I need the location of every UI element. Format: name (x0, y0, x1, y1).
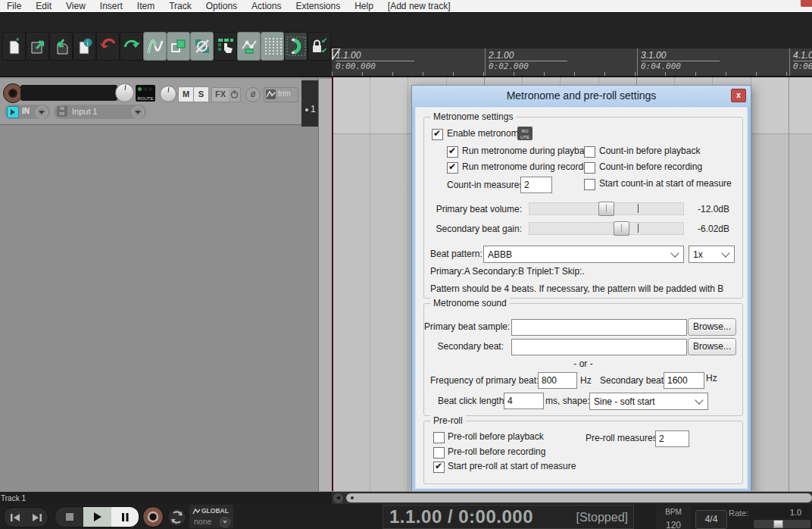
grouping-override-icon (192, 36, 212, 56)
record-button[interactable] (142, 506, 164, 527)
secondary-gain-slider[interactable] (529, 222, 684, 235)
skip-buttons-group (3, 507, 48, 527)
save-project-button[interactable] (49, 32, 73, 61)
window-close-fragment[interactable] (801, 0, 812, 7)
menu-view[interactable]: View (66, 1, 86, 11)
start-countin-checkbox[interactable] (584, 179, 595, 190)
edit-cursor[interactable] (332, 77, 333, 493)
playback-buttons-group (55, 506, 139, 527)
play-button[interactable] (83, 507, 111, 527)
start-preroll-at-measure-checkbox[interactable] (433, 462, 445, 473)
tcp-vertical-scrollbar[interactable] (318, 79, 333, 493)
project-settings-button[interactable]: i (73, 32, 96, 61)
browse-secondary-button[interactable]: Browse... (688, 338, 736, 355)
time-signature-box[interactable]: 4/4 (695, 510, 727, 529)
menu-options[interactable]: Options (206, 1, 237, 11)
secondary-frequency-input[interactable]: 1600 (664, 372, 704, 389)
go-to-end-button[interactable] (26, 508, 48, 527)
route-button[interactable]: ROUTE (136, 85, 155, 102)
envelope-toggle-button[interactable] (143, 32, 167, 61)
go-to-start-icon (9, 512, 21, 523)
repeat-button[interactable] (167, 508, 186, 527)
open-project-button[interactable] (26, 32, 49, 61)
item-grouping-button[interactable] (167, 32, 190, 61)
countin-before-playback-checkbox[interactable] (584, 146, 595, 158)
rate-slider-thumb[interactable] (773, 520, 783, 528)
monitor-dropdown-icon[interactable] (36, 106, 48, 118)
fx-enable-button[interactable] (229, 87, 241, 102)
phase-button[interactable]: ø (245, 87, 261, 102)
menu-file[interactable]: File (7, 1, 21, 11)
primary-volume-slider-thumb[interactable] (598, 202, 614, 216)
preroll-before-playback-checkbox[interactable] (433, 432, 445, 443)
countin-before-recording-checkbox[interactable] (584, 162, 595, 174)
menu-item[interactable]: Item (137, 1, 155, 11)
new-project-button[interactable]: * (2, 32, 26, 61)
snap-toggle-button[interactable] (284, 32, 308, 61)
lock-settings-button[interactable]: ✔✔ (308, 32, 331, 61)
repeat-icon (168, 509, 186, 526)
go-to-start-button[interactable] (4, 508, 26, 527)
run-during-recording-checkbox[interactable] (447, 162, 458, 174)
track-index-strip[interactable]: 1 (301, 80, 318, 127)
horizontal-scrollbar[interactable] (332, 492, 812, 504)
input-selector[interactable]: INFX Input 1 (53, 104, 147, 120)
enable-metronome-checkbox[interactable] (432, 129, 443, 140)
ripple-edit-button[interactable] (214, 32, 237, 61)
primary-sample-input[interactable] (511, 319, 687, 336)
rate-value-box[interactable]: 1.0 (754, 507, 810, 518)
menu-track[interactable]: Track (169, 1, 192, 11)
menu-insert[interactable]: Insert (100, 1, 123, 11)
dialog-close-button[interactable]: x (731, 89, 746, 102)
dialog-body: Metronome settings Enable metronome ROUT… (415, 107, 748, 489)
solo-button[interactable]: S (193, 86, 209, 102)
fx-button[interactable]: FX (211, 87, 230, 102)
countin-measures-input[interactable]: 2 (520, 177, 552, 193)
dialog-title[interactable]: Metronome and pre-roll settings (412, 86, 751, 106)
click-shape-combo[interactable]: Sine - soft start (589, 393, 708, 410)
input-fx-badge[interactable]: INFX (57, 106, 67, 117)
volume-knob[interactable] (115, 83, 134, 102)
undo-button[interactable] (96, 32, 120, 61)
mute-button[interactable]: M (178, 86, 194, 102)
pause-button[interactable] (111, 507, 139, 527)
monitor-button[interactable] (7, 106, 19, 118)
preroll-measures-input[interactable]: 2 (655, 430, 689, 447)
edit-cursor-marker[interactable] (332, 49, 342, 60)
primary-frequency-input[interactable]: 800 (538, 372, 577, 389)
multiplier-combo[interactable]: 1x (689, 246, 735, 263)
click-length-input[interactable]: 4 (504, 393, 544, 409)
metronome-route-button[interactable]: ROUTE (517, 127, 532, 140)
run-during-playback-checkbox[interactable] (447, 146, 458, 158)
secondary-sample-input[interactable] (511, 339, 687, 355)
timeline-ruler[interactable]: 1.1.000:00.000 2.1.000:02.000 3.1.000:04… (332, 49, 812, 77)
stop-button[interactable] (55, 507, 83, 527)
secondary-gain-slider-thumb[interactable] (614, 221, 629, 236)
browse-primary-button[interactable]: Browse... (688, 318, 736, 336)
ruler-marker: 3.1.000:04.000 (641, 50, 720, 72)
transport-time-display[interactable]: 1.1.00 / 0:00.000 [Stopped] (383, 505, 634, 529)
menu-extensions[interactable]: Extensions (295, 1, 340, 11)
pan-knob[interactable] (160, 86, 176, 102)
envelope-points-button[interactable] (237, 32, 261, 61)
global-automation-box[interactable]: GLOBAL none (189, 505, 233, 528)
track-name-field[interactable] (20, 85, 117, 101)
menu-actions[interactable]: Actions (251, 1, 281, 11)
menu-help[interactable]: Help (354, 1, 373, 11)
grouping-override-button[interactable] (190, 32, 214, 61)
scroll-left-button[interactable] (333, 493, 343, 503)
rate-slider[interactable] (754, 520, 810, 528)
global-dropdown-icon[interactable] (220, 517, 230, 527)
scrollbar-thumb[interactable] (346, 493, 812, 502)
menu-edit[interactable]: Edit (36, 1, 52, 11)
input-dropdown-icon[interactable] (132, 106, 144, 118)
track-1-header[interactable]: ROUTE M S FX ø trim IN INFX (0, 79, 301, 125)
trim-envelope-button[interactable]: trim (264, 87, 298, 102)
menu-add-new-track[interactable]: [Add new track] (388, 1, 451, 11)
bpm-box[interactable]: BPM 120 (656, 505, 691, 529)
primary-volume-slider[interactable] (529, 202, 684, 215)
grid-toggle-button[interactable] (261, 32, 284, 61)
preroll-before-recording-checkbox[interactable] (433, 447, 445, 459)
beat-pattern-combo[interactable]: ABBB (483, 246, 684, 263)
redo-button[interactable] (120, 32, 143, 61)
